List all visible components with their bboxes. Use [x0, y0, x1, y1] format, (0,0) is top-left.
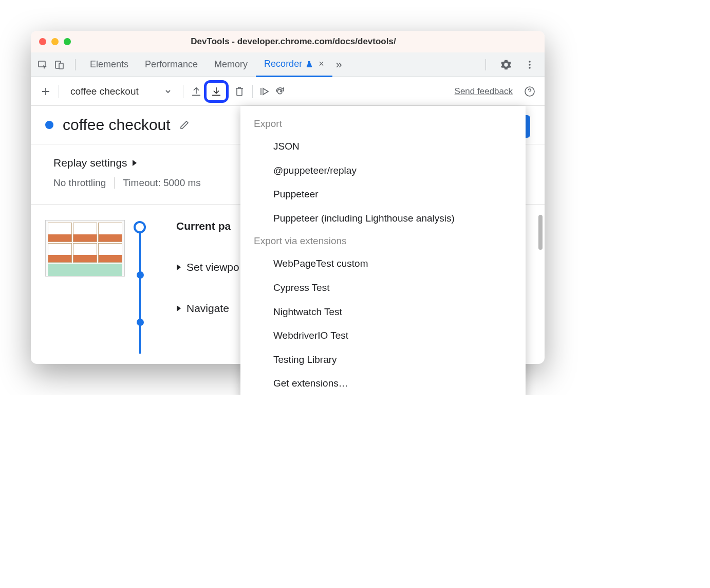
export-webdriverio[interactable]: WebdriverIO Test [240, 324, 526, 348]
export-dropdown: Export JSON @puppeteer/replay Puppeteer … [240, 106, 526, 395]
chevron-right-icon [132, 159, 138, 167]
chevron-down-icon [164, 88, 172, 95]
maximize-window-icon[interactable] [64, 38, 71, 45]
settings-icon[interactable] [499, 58, 513, 71]
export-puppeteer-replay[interactable]: @puppeteer/replay [240, 159, 526, 183]
replay-heading: Replay settings [53, 157, 127, 169]
chevron-right-icon [176, 264, 181, 271]
export-webpagetest[interactable]: WebPageTest custom [240, 252, 526, 276]
tabs-bar: Elements Performance Memory Recorder × » [31, 52, 545, 77]
inspect-icon[interactable] [36, 58, 49, 71]
step-button[interactable] [258, 84, 273, 99]
timeline-line [139, 226, 141, 354]
divider [485, 59, 486, 70]
edit-title-button[interactable] [179, 119, 190, 131]
close-window-icon[interactable] [39, 38, 46, 45]
export-puppeteer-lighthouse[interactable]: Puppeteer (including Lighthouse analysis… [240, 207, 526, 231]
recorder-content: coffee checkout Replay settings No throt… [31, 106, 545, 364]
recording-selector[interactable]: coffee checkout [64, 86, 178, 97]
export-extensions-header: Export via extensions [240, 230, 526, 252]
timeline-node[interactable] [137, 319, 144, 326]
page-thumbnail [45, 220, 125, 277]
delete-button[interactable] [232, 84, 247, 99]
divider [114, 177, 115, 189]
step-label: Navigate [186, 302, 229, 315]
divider [59, 85, 59, 98]
svg-point-3 [529, 61, 531, 63]
devtools-window: DevTools - developer.chrome.com/docs/dev… [31, 31, 545, 364]
tab-performance[interactable]: Performance [137, 52, 206, 77]
tab-recorder[interactable]: Recorder × [256, 53, 332, 77]
flask-icon [305, 60, 313, 68]
replay-button[interactable] [273, 84, 289, 99]
add-recording-button[interactable] [38, 84, 53, 99]
chevron-right-icon [176, 305, 181, 312]
divider [75, 59, 76, 70]
close-tab-icon[interactable]: × [319, 59, 324, 69]
export-testing-library[interactable]: Testing Library [240, 348, 526, 372]
export-highlight [204, 80, 229, 103]
recording-status-dot [45, 121, 53, 129]
recorder-toolbar: coffee checkout Send feedback [31, 77, 545, 106]
throttling-value: No throttling [53, 177, 106, 189]
help-icon[interactable] [522, 84, 537, 99]
recording-title: coffee checkout [63, 116, 171, 134]
recording-name: coffee checkout [70, 86, 139, 97]
export-section-header: Export [240, 113, 526, 135]
tab-label: Recorder [264, 59, 302, 69]
import-button[interactable] [189, 84, 204, 99]
divider [252, 85, 253, 98]
svg-point-5 [529, 67, 531, 69]
feedback-link[interactable]: Send feedback [455, 86, 513, 97]
tab-memory[interactable]: Memory [206, 52, 256, 77]
timeline-node[interactable] [134, 221, 146, 233]
export-nightwatch[interactable]: Nightwatch Test [240, 300, 526, 324]
export-json[interactable]: JSON [240, 135, 526, 159]
step-label: Set viewpo [186, 261, 239, 273]
divider [183, 85, 183, 98]
more-tabs-icon[interactable]: » [332, 58, 346, 71]
minimize-window-icon[interactable] [51, 38, 59, 45]
scrollbar-thumb[interactable] [538, 215, 543, 250]
svg-point-4 [529, 64, 531, 66]
export-puppeteer[interactable]: Puppeteer [240, 182, 526, 207]
kebab-menu-icon[interactable] [523, 58, 536, 71]
timeline-node[interactable] [137, 271, 144, 279]
window-title: DevTools - developer.chrome.com/docs/dev… [71, 36, 536, 47]
svg-point-6 [280, 90, 282, 92]
tab-elements[interactable]: Elements [82, 52, 137, 77]
step-label: Current pa [176, 220, 231, 232]
svg-rect-2 [59, 63, 63, 69]
timeout-value: Timeout: 5000 ms [123, 177, 200, 189]
export-cypress[interactable]: Cypress Test [240, 276, 526, 300]
titlebar: DevTools - developer.chrome.com/docs/dev… [31, 31, 545, 52]
export-get-extensions[interactable]: Get extensions… [240, 372, 526, 395]
traffic-lights [39, 38, 71, 45]
export-button[interactable] [209, 84, 224, 99]
device-toggle-icon[interactable] [52, 58, 66, 71]
